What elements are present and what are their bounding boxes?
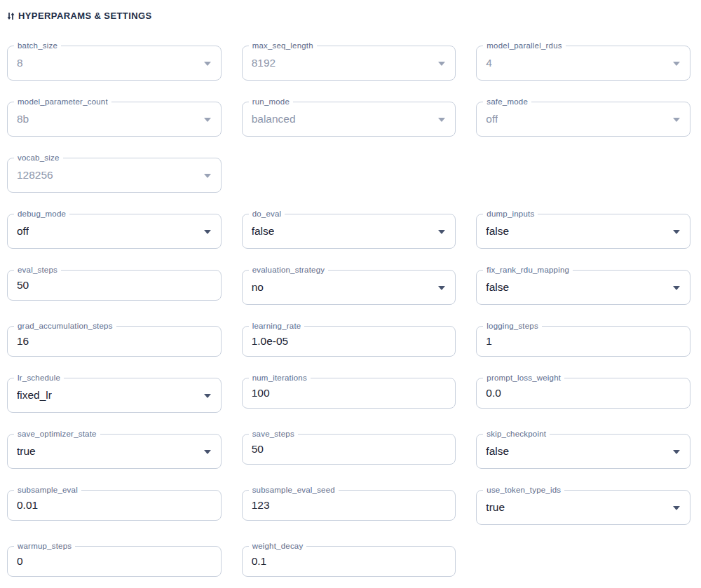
field-label: vocab_size: [14, 152, 63, 163]
field-label: subsample_eval: [14, 484, 81, 495]
field-do_eval: do_eval false: [242, 214, 456, 249]
chevron-down-icon: [204, 62, 211, 66]
field-debug_mode: debug_mode off: [7, 214, 222, 249]
field-value: false: [486, 225, 509, 238]
field-max_seq_length: max_seq_length 8192: [242, 46, 456, 81]
field-weight_decay: weight_decay: [242, 546, 456, 577]
field-label: model_parameter_count: [14, 96, 111, 107]
field-value: 8: [17, 57, 23, 69]
field-value: off: [486, 113, 498, 125]
field-safe_mode: safe_mode off: [476, 102, 690, 137]
field-label: model_parallel_rdus: [483, 40, 565, 51]
field-value: no: [252, 281, 264, 294]
input-subsample_eval_seed[interactable]: [252, 499, 447, 512]
chevron-down-icon: [673, 118, 680, 122]
field-eval_steps: eval_steps: [7, 270, 222, 301]
field-label: evaluation_strategy: [249, 264, 329, 275]
field-evaluation_strategy: evaluation_strategy no: [242, 270, 456, 305]
field-batch_size: batch_size 8: [7, 46, 222, 81]
field-label: warmup_steps: [14, 540, 75, 552]
field-lr_schedule: lr_schedule fixed_lr: [7, 378, 222, 413]
field-label: eval_steps: [14, 264, 61, 275]
field-label: batch_size: [14, 40, 61, 51]
field-value: false: [486, 281, 509, 294]
field-logging_steps: logging_steps: [476, 326, 690, 357]
chevron-down-icon: [204, 450, 211, 454]
field-label: skip_checkpoint: [483, 428, 550, 439]
chevron-down-icon: [673, 62, 680, 66]
field-run_mode: run_mode balanced: [242, 102, 456, 137]
field-label: subsample_eval_seed: [249, 484, 339, 495]
chevron-down-icon: [438, 118, 445, 122]
field-label: prompt_loss_weight: [483, 372, 564, 383]
input-subsample_eval[interactable]: [17, 499, 212, 512]
field-use_token_type_ids: use_token_type_ids true: [476, 490, 690, 525]
field-save_steps: save_steps: [242, 434, 456, 465]
field-label: num_iterations: [249, 372, 311, 383]
field-label: logging_steps: [483, 320, 542, 331]
input-logging_steps[interactable]: [486, 335, 681, 348]
field-label: use_token_type_ids: [483, 484, 564, 495]
chevron-down-icon: [673, 230, 680, 234]
field-label: save_steps: [249, 428, 298, 439]
field-num_iterations: num_iterations: [242, 378, 456, 409]
field-subsample_eval: subsample_eval: [7, 490, 222, 521]
field-grad_accumulation_steps: grad_accumulation_steps: [7, 326, 222, 357]
input-learning_rate[interactable]: [252, 335, 447, 348]
input-save_steps[interactable]: [252, 443, 447, 456]
field-save_optimizer_state: save_optimizer_state true: [7, 434, 222, 469]
chevron-down-icon: [204, 394, 211, 398]
field-value: fixed_lr: [17, 389, 52, 402]
field-label: weight_decay: [249, 540, 307, 552]
field-label: fix_rank_rdu_mapping: [483, 264, 573, 275]
field-model_parameter_count: model_parameter_count 8b: [7, 102, 222, 137]
field-prompt_loss_weight: prompt_loss_weight: [476, 378, 690, 409]
field-value: true: [486, 501, 505, 514]
field-skip_checkpoint: skip_checkpoint false: [476, 434, 690, 469]
field-value: 128256: [17, 169, 53, 182]
chevron-down-icon: [204, 174, 211, 178]
field-label: grad_accumulation_steps: [14, 320, 116, 331]
field-value: balanced: [252, 113, 296, 125]
field-model_parallel_rdus: model_parallel_rdus 4: [476, 46, 690, 81]
hyperparams-panel: HYPERPARAMS & SETTINGS batch_size 8 max_…: [0, 0, 701, 577]
field-value: true: [17, 445, 36, 458]
field-value: 8192: [252, 57, 275, 69]
fields-grid: batch_size 8 max_seq_length 8192 model_p…: [7, 46, 690, 577]
chevron-down-icon: [438, 62, 445, 66]
field-label: do_eval: [249, 208, 285, 219]
input-grad_accumulation_steps[interactable]: [17, 335, 212, 348]
input-num_iterations[interactable]: [252, 387, 447, 399]
input-warmup_steps[interactable]: [17, 555, 212, 568]
field-value: 4: [486, 57, 492, 69]
field-label: run_mode: [249, 96, 293, 107]
field-value: 8b: [17, 113, 29, 125]
chevron-down-icon: [673, 450, 680, 454]
field-vocab_size: vocab_size 128256: [7, 158, 222, 193]
input-weight_decay[interactable]: [252, 555, 447, 568]
field-value: false: [252, 225, 275, 238]
field-label: learning_rate: [249, 320, 305, 331]
chevron-down-icon: [438, 286, 445, 290]
field-label: dump_inputs: [483, 208, 538, 219]
chevron-down-icon: [204, 230, 211, 234]
section-title: HYPERPARAMS & SETTINGS: [18, 10, 152, 22]
chevron-down-icon: [204, 118, 211, 122]
chevron-down-icon: [438, 230, 445, 234]
field-label: max_seq_length: [249, 40, 317, 51]
chevron-down-icon: [673, 286, 680, 290]
field-value: false: [486, 445, 509, 458]
field-fix_rank_rdu_mapping: fix_rank_rdu_mapping false: [476, 270, 690, 305]
field-warmup_steps: warmup_steps: [7, 546, 222, 577]
swap-vert-icon: [7, 11, 15, 21]
input-eval_steps[interactable]: [17, 279, 212, 292]
field-label: debug_mode: [14, 208, 69, 219]
field-label: lr_schedule: [14, 372, 64, 383]
field-dump_inputs: dump_inputs false: [476, 214, 690, 249]
field-value: off: [17, 225, 29, 238]
chevron-down-icon: [673, 506, 680, 510]
input-prompt_loss_weight[interactable]: [486, 387, 681, 399]
field-label: safe_mode: [483, 96, 531, 107]
field-subsample_eval_seed: subsample_eval_seed: [242, 490, 456, 521]
section-header: HYPERPARAMS & SETTINGS: [7, 10, 690, 22]
